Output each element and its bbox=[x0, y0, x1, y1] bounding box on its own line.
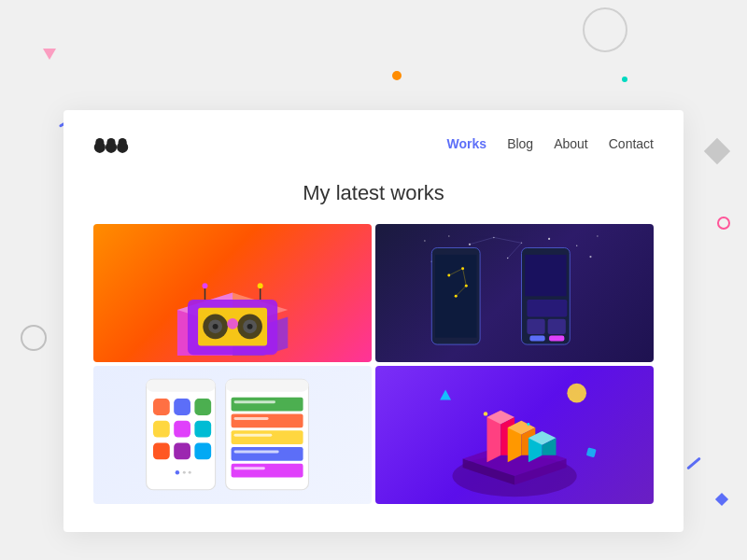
svg-rect-73 bbox=[232, 447, 303, 461]
main-card: Works Blog About Contact My latest works bbox=[63, 110, 684, 532]
decoration-circle-cyan bbox=[622, 77, 627, 82]
svg-rect-79 bbox=[233, 468, 264, 470]
svg-rect-51 bbox=[548, 319, 566, 334]
svg-point-23 bbox=[448, 236, 449, 237]
svg-rect-75 bbox=[233, 401, 275, 404]
svg-point-4 bbox=[106, 138, 115, 147]
svg-rect-55 bbox=[147, 380, 216, 392]
svg-rect-59 bbox=[153, 421, 170, 438]
starmap-illustration bbox=[389, 231, 640, 355]
page-title: My latest works bbox=[63, 181, 684, 205]
logo-icon bbox=[93, 131, 129, 157]
svg-rect-49 bbox=[527, 300, 567, 316]
nav-links: Works Blog About Contact bbox=[447, 136, 654, 151]
svg-marker-81 bbox=[440, 390, 451, 400]
svg-point-21 bbox=[258, 284, 263, 289]
svg-rect-56 bbox=[153, 399, 170, 416]
svg-rect-69 bbox=[226, 380, 309, 392]
svg-point-96 bbox=[484, 413, 487, 416]
svg-rect-53 bbox=[549, 336, 564, 342]
work-item-3[interactable] bbox=[93, 366, 372, 504]
decoration-line-blue-2 bbox=[686, 457, 701, 470]
svg-rect-48 bbox=[525, 255, 566, 296]
cassette-illustration bbox=[107, 231, 358, 355]
svg-point-13 bbox=[213, 324, 218, 329]
work-item-2[interactable] bbox=[375, 224, 654, 362]
svg-rect-60 bbox=[174, 421, 190, 438]
svg-line-36 bbox=[494, 238, 522, 244]
navbar: Works Blog About Contact bbox=[63, 110, 684, 177]
works-grid bbox=[63, 224, 684, 504]
svg-rect-70 bbox=[232, 398, 303, 412]
svg-line-35 bbox=[470, 238, 494, 245]
decoration-triangle bbox=[43, 49, 56, 60]
svg-point-66 bbox=[183, 471, 186, 474]
svg-point-3 bbox=[95, 138, 104, 147]
logo[interactable] bbox=[93, 131, 129, 157]
svg-rect-61 bbox=[194, 421, 211, 438]
decoration-diamond-gray bbox=[704, 138, 730, 164]
svg-point-97 bbox=[527, 423, 529, 426]
work-item-4[interactable] bbox=[375, 366, 654, 504]
svg-rect-57 bbox=[174, 399, 190, 416]
svg-point-16 bbox=[247, 324, 253, 329]
nav-contact[interactable]: Contact bbox=[609, 136, 654, 151]
decoration-circle-outline-gray bbox=[21, 325, 47, 351]
svg-rect-52 bbox=[529, 336, 544, 342]
svg-rect-64 bbox=[194, 443, 211, 460]
svg-rect-62 bbox=[153, 443, 170, 460]
svg-point-5 bbox=[119, 138, 127, 147]
svg-rect-71 bbox=[232, 414, 303, 428]
svg-point-29 bbox=[597, 236, 598, 237]
svg-rect-72 bbox=[232, 431, 303, 445]
decoration-diamond-blue bbox=[715, 493, 728, 506]
decoration-circle-outline-pink bbox=[717, 217, 730, 230]
svg-point-65 bbox=[176, 470, 179, 474]
svg-point-17 bbox=[227, 318, 238, 329]
svg-point-28 bbox=[576, 245, 577, 246]
decoration-circle-big bbox=[583, 7, 627, 52]
svg-point-24 bbox=[469, 244, 471, 245]
svg-point-19 bbox=[202, 284, 207, 289]
nav-works[interactable]: Works bbox=[447, 136, 487, 151]
nav-blog[interactable]: Blog bbox=[507, 136, 533, 151]
ui-mockup-illustration bbox=[107, 372, 358, 497]
svg-rect-77 bbox=[233, 434, 272, 437]
svg-rect-82 bbox=[586, 448, 597, 458]
svg-point-67 bbox=[189, 471, 191, 474]
svg-point-80 bbox=[567, 384, 586, 403]
nav-about[interactable]: About bbox=[554, 136, 588, 151]
decoration-circle-orange bbox=[392, 71, 402, 80]
svg-rect-63 bbox=[174, 443, 190, 460]
work-item-1[interactable] bbox=[93, 224, 372, 362]
svg-point-27 bbox=[548, 238, 550, 240]
svg-rect-50 bbox=[527, 319, 544, 334]
svg-point-34 bbox=[589, 256, 591, 258]
svg-rect-76 bbox=[233, 418, 268, 421]
svg-rect-74 bbox=[232, 464, 303, 478]
isometric-chart-illustration bbox=[389, 372, 640, 497]
svg-rect-58 bbox=[194, 399, 211, 416]
svg-rect-78 bbox=[233, 451, 278, 454]
svg-point-22 bbox=[424, 241, 425, 242]
svg-line-37 bbox=[508, 244, 522, 259]
